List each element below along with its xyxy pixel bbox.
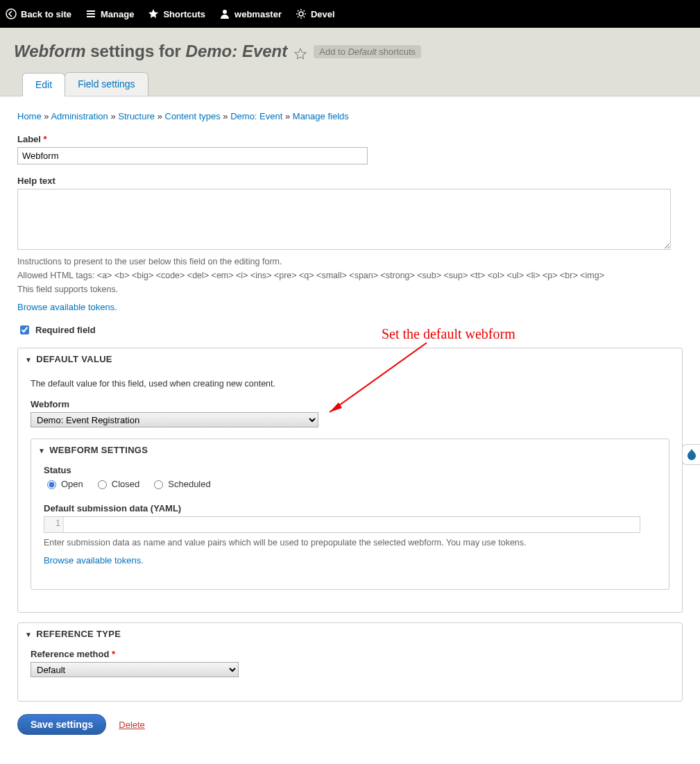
manage-label: Manage bbox=[101, 9, 134, 19]
browse-tokens-link-2[interactable]: Browse available tokens. bbox=[44, 555, 144, 566]
yaml-label: Default submission data (YAML) bbox=[44, 503, 656, 513]
hamburger-icon bbox=[85, 8, 96, 19]
form-item-label: Label * bbox=[17, 134, 683, 164]
reference-method-select[interactable]: Default bbox=[31, 662, 239, 677]
reference-type-summary[interactable]: REFERENCE TYPE bbox=[18, 623, 682, 645]
star-icon bbox=[148, 8, 159, 19]
yaml-input[interactable] bbox=[64, 517, 640, 532]
status-scheduled[interactable]: Scheduled bbox=[151, 478, 210, 489]
browse-tokens-link[interactable]: Browse available tokens. bbox=[17, 302, 117, 312]
breadcrumb: Home » Administration » Structure » Cont… bbox=[17, 111, 683, 121]
main-content: Home » Administration » Structure » Cont… bbox=[0, 96, 700, 763]
status-open-radio[interactable] bbox=[47, 480, 56, 489]
title-mid: settings for bbox=[86, 42, 186, 60]
webform-settings-summary[interactable]: WEBFORM SETTINGS bbox=[31, 439, 669, 461]
label-input[interactable] bbox=[17, 147, 368, 164]
delete-link[interactable]: Delete bbox=[119, 720, 145, 730]
form-actions: Save settings Delete bbox=[17, 714, 683, 735]
required-checkbox[interactable] bbox=[20, 325, 29, 334]
fieldset-reference-type: REFERENCE TYPE Reference method * Defaul… bbox=[17, 622, 683, 702]
webform-select[interactable]: Demo: Event Registration bbox=[31, 412, 318, 427]
help-label: Help text bbox=[17, 176, 683, 186]
shortcuts-label: Shortcuts bbox=[163, 9, 205, 19]
admin-toolbar: Back to site Manage Shortcuts webmaster … bbox=[0, 0, 700, 28]
fieldset-default-value: DEFAULT VALUE The default value for this… bbox=[17, 348, 683, 613]
yaml-desc: Enter submission data as name and value … bbox=[44, 536, 656, 550]
back-to-site-link[interactable]: Back to site bbox=[6, 8, 71, 19]
crumb-demo-event[interactable]: Demo: Event bbox=[230, 111, 282, 121]
yaml-gutter: 1 bbox=[44, 517, 64, 532]
shortcut-star-icon[interactable] bbox=[294, 45, 307, 58]
crumb-admin[interactable]: Administration bbox=[51, 111, 108, 121]
crumb-structure[interactable]: Structure bbox=[118, 111, 155, 121]
form-item-status: Status Open Closed Scheduled bbox=[44, 465, 656, 492]
crumb-content-types[interactable]: Content types bbox=[165, 111, 221, 121]
tab-edit[interactable]: Edit bbox=[22, 73, 65, 96]
manage-link[interactable]: Manage bbox=[85, 8, 134, 19]
drupal-side-tab[interactable] bbox=[682, 444, 700, 465]
tab-field-settings[interactable]: Field settings bbox=[65, 72, 148, 96]
save-button[interactable]: Save settings bbox=[17, 714, 106, 735]
form-item-help: Help text Instructions to present to the… bbox=[17, 176, 683, 312]
status-open[interactable]: Open bbox=[44, 478, 83, 489]
reference-method-label: Reference method * bbox=[31, 649, 669, 659]
back-label: Back to site bbox=[21, 9, 71, 19]
title-prefix: Webform bbox=[14, 42, 86, 60]
devel-label: Devel bbox=[311, 9, 335, 19]
gear-icon bbox=[296, 8, 307, 19]
add-shortcut-pill[interactable]: Add to Default shortcuts bbox=[314, 45, 421, 58]
shortcuts-link[interactable]: Shortcuts bbox=[148, 8, 205, 19]
form-item-reference-method: Reference method * Default bbox=[31, 649, 669, 677]
status-closed[interactable]: Closed bbox=[94, 478, 139, 489]
webform-label: Webform bbox=[31, 399, 669, 409]
fieldset-webform-settings: WEBFORM SETTINGS Status Open Closed Sche… bbox=[31, 439, 669, 590]
form-item-webform: Webform Demo: Event Registration bbox=[31, 399, 669, 427]
user-link[interactable]: webmaster bbox=[219, 8, 282, 19]
default-value-desc: The default value for this field, used w… bbox=[31, 377, 669, 391]
back-icon bbox=[6, 8, 17, 19]
yaml-editor: 1 bbox=[44, 516, 640, 533]
title-suffix: Demo: Event bbox=[186, 42, 288, 60]
status-closed-radio[interactable] bbox=[98, 480, 107, 489]
default-value-summary[interactable]: DEFAULT VALUE bbox=[18, 348, 682, 370]
drupal-icon bbox=[686, 448, 697, 461]
svg-point-2 bbox=[299, 12, 303, 16]
svg-point-0 bbox=[6, 9, 16, 19]
status-label: Status bbox=[44, 465, 656, 475]
svg-point-1 bbox=[223, 10, 227, 14]
help-textarea[interactable] bbox=[17, 189, 671, 250]
crumb-home[interactable]: Home bbox=[17, 111, 42, 121]
status-radio-group: Open Closed Scheduled bbox=[44, 478, 656, 492]
devel-link[interactable]: Devel bbox=[296, 8, 335, 19]
status-scheduled-radio[interactable] bbox=[154, 480, 163, 489]
label-label: Label * bbox=[17, 134, 683, 144]
page-header: Webform settings for Demo: Event Add to … bbox=[0, 28, 700, 96]
help-desc: Instructions to present to the user belo… bbox=[17, 255, 683, 296]
required-field-item: Required field bbox=[17, 323, 683, 337]
person-icon bbox=[219, 8, 230, 19]
primary-tabs: Edit Field settings bbox=[22, 72, 686, 96]
required-label: Required field bbox=[35, 325, 96, 335]
page-title: Webform settings for Demo: Event Add to … bbox=[14, 42, 686, 61]
form-item-yaml: Default submission data (YAML) 1 Enter s… bbox=[44, 503, 656, 566]
crumb-manage-fields[interactable]: Manage fields bbox=[293, 111, 349, 121]
user-label: webmaster bbox=[234, 9, 282, 19]
